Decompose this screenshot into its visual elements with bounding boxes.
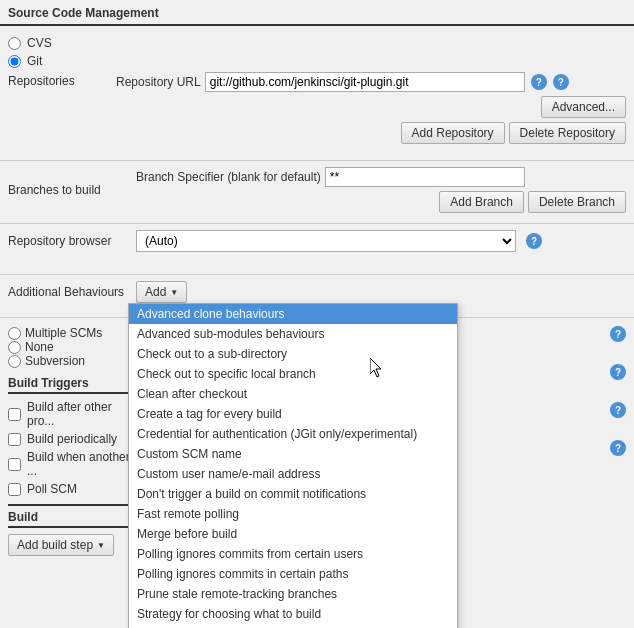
repo-browser-select[interactable]: (Auto) bbox=[136, 230, 516, 252]
dropdown-item-7[interactable]: Custom SCM name bbox=[129, 444, 457, 464]
add-behaviour-label: Add bbox=[145, 285, 166, 299]
trigger-label-0: Build after other pro... bbox=[27, 400, 141, 428]
cvs-radio[interactable] bbox=[8, 37, 21, 50]
scm-subversion-row[interactable]: Subversion bbox=[8, 354, 141, 368]
dropdown-item-8[interactable]: Custom user name/e-mail address bbox=[129, 464, 457, 484]
trigger-2-help-icon[interactable]: ? bbox=[610, 402, 626, 418]
additional-behaviours-label: Additional Behaviours bbox=[8, 281, 128, 299]
trigger-row-2[interactable]: Build when another ... bbox=[8, 450, 141, 478]
branch-specifier-label: Branch Specifier (blank for default) bbox=[136, 170, 321, 184]
trigger-label-2: Build when another ... bbox=[27, 450, 141, 478]
branches-label: Branches to build bbox=[8, 183, 128, 197]
dropdown-item-16[interactable]: Use commit author in changelog bbox=[129, 624, 457, 628]
dropdown-item-6[interactable]: Credential for authentication (JGit only… bbox=[129, 424, 457, 444]
trigger-checkbox-0[interactable] bbox=[8, 408, 21, 421]
multiple-scms-label: Multiple SCMs bbox=[25, 326, 102, 340]
add-build-step-arrow-icon: ▼ bbox=[97, 541, 105, 550]
subversion-radio[interactable] bbox=[8, 355, 21, 368]
subversion-label: Subversion bbox=[25, 354, 85, 368]
repo-url-input[interactable] bbox=[205, 72, 525, 92]
branches-to-build-row: Branches to build Branch Specifier (blan… bbox=[0, 160, 634, 219]
repo-browser-help-icon[interactable]: ? bbox=[526, 233, 542, 249]
scm-option-cvs[interactable]: CVS bbox=[8, 36, 626, 50]
trigger-row-3[interactable]: Poll SCM bbox=[8, 482, 141, 496]
none-label: None bbox=[25, 340, 54, 354]
repo-url-help-icon[interactable]: ? bbox=[531, 74, 547, 90]
dropdown-item-9[interactable]: Don't trigger a build on commit notifica… bbox=[129, 484, 457, 504]
dropdown-item-13[interactable]: Polling ignores commits in certain paths bbox=[129, 564, 457, 584]
trigger-checkbox-2[interactable] bbox=[8, 458, 21, 471]
add-branch-button[interactable]: Add Branch bbox=[439, 191, 524, 213]
dropdown-item-12[interactable]: Polling ignores commits from certain use… bbox=[129, 544, 457, 564]
repo-browser-label: Repository browser bbox=[8, 234, 128, 248]
dropdown-item-3[interactable]: Check out to specific local branch bbox=[129, 364, 457, 384]
git-label: Git bbox=[27, 54, 42, 68]
multiple-scms-radio[interactable] bbox=[8, 327, 21, 340]
add-behaviour-button[interactable]: Add ▼ bbox=[136, 281, 187, 303]
behaviour-dropdown-menu: Advanced clone behaviours Advanced sub-m… bbox=[128, 303, 458, 628]
trigger-checkbox-1[interactable] bbox=[8, 433, 21, 446]
trigger-0-help-icon[interactable]: ? bbox=[610, 326, 626, 342]
repositories-label: Repositories bbox=[8, 72, 108, 88]
trigger-label-1: Build periodically bbox=[27, 432, 117, 446]
build-header: Build bbox=[8, 510, 141, 528]
dropdown-item-10[interactable]: Fast remote polling bbox=[129, 504, 457, 524]
add-behaviour-arrow-icon: ▼ bbox=[170, 288, 178, 297]
trigger-1-help-icon[interactable]: ? bbox=[610, 364, 626, 380]
trigger-label-3: Poll SCM bbox=[27, 482, 77, 496]
build-triggers-header: Build Triggers bbox=[8, 376, 141, 394]
trigger-row-0[interactable]: Build after other pro... bbox=[8, 400, 141, 428]
additional-behaviours-section: Additional Behaviours Add ▼ Advanced clo… bbox=[0, 274, 634, 309]
scm-none-row[interactable]: None bbox=[8, 340, 141, 354]
add-build-step-button[interactable]: Add build step ▼ bbox=[8, 534, 114, 556]
none-radio[interactable] bbox=[8, 341, 21, 354]
scm-option-git[interactable]: Git bbox=[8, 54, 626, 68]
add-repository-button[interactable]: Add Repository bbox=[401, 122, 505, 144]
dropdown-item-1[interactable]: Advanced sub-modules behaviours bbox=[129, 324, 457, 344]
dropdown-item-4[interactable]: Clean after checkout bbox=[129, 384, 457, 404]
add-build-step-label: Add build step bbox=[17, 538, 93, 552]
dropdown-item-11[interactable]: Merge before build bbox=[129, 524, 457, 544]
branch-specifier-input[interactable] bbox=[325, 167, 525, 187]
dropdown-item-2[interactable]: Check out to a sub-directory bbox=[129, 344, 457, 364]
dropdown-item-14[interactable]: Prune stale remote-tracking branches bbox=[129, 584, 457, 604]
trigger-3-help-icon[interactable]: ? bbox=[610, 440, 626, 456]
delete-branch-button[interactable]: Delete Branch bbox=[528, 191, 626, 213]
dropdown-item-15[interactable]: Strategy for choosing what to build bbox=[129, 604, 457, 624]
dropdown-item-5[interactable]: Create a tag for every build bbox=[129, 404, 457, 424]
delete-repository-button[interactable]: Delete Repository bbox=[509, 122, 626, 144]
build-triggers-section: Build Triggers Build after other pro... … bbox=[8, 376, 141, 496]
dropdown-item-0[interactable]: Advanced clone behaviours bbox=[129, 304, 457, 324]
section-header-scm: Source Code Management bbox=[0, 0, 634, 26]
trigger-row-1[interactable]: Build periodically bbox=[8, 432, 141, 446]
scm-multiple-row[interactable]: Multiple SCMs bbox=[8, 326, 141, 340]
repo-browser-row: Repository browser (Auto) ? bbox=[0, 223, 634, 258]
cvs-label: CVS bbox=[27, 36, 52, 50]
repo-url-help-icon2[interactable]: ? bbox=[553, 74, 569, 90]
trigger-checkbox-3[interactable] bbox=[8, 483, 21, 496]
advanced-button[interactable]: Advanced... bbox=[541, 96, 626, 118]
repo-url-label: Repository URL bbox=[116, 75, 201, 89]
git-radio[interactable] bbox=[8, 55, 21, 68]
